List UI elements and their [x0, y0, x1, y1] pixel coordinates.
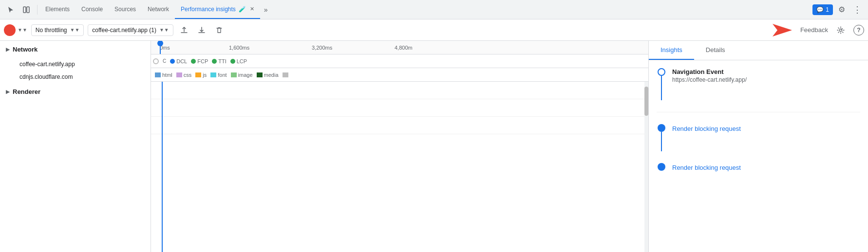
renderer-label: Renderer [13, 88, 40, 95]
right-content: Navigation Event https://coffee-cart.net… [649, 60, 868, 179]
legend-lcp: LCP [230, 58, 247, 64]
insight-render-blocking-2: Render blocking request [657, 163, 860, 171]
renderer-expand-icon: ▶ [6, 89, 10, 94]
html-color-box [155, 72, 161, 77]
legend-tti: TTI [212, 58, 226, 64]
legend-other [283, 72, 288, 77]
track-row-2 [151, 99, 648, 117]
left-panel: ▶ Network coffee-cart.netlify.app cdnjs.… [0, 41, 151, 252]
legend-dcl: DCL [170, 58, 187, 64]
timeline-scrollbar-thumb[interactable] [644, 87, 648, 116]
delete-icon[interactable] [212, 23, 226, 37]
image-label: image [238, 72, 253, 78]
ruler-3200ms: 3,200ms [312, 45, 332, 51]
fcp-dot [191, 59, 196, 64]
font-label: font [218, 72, 226, 78]
tab-elements[interactable]: Elements [39, 0, 75, 19]
media-color-box [257, 72, 263, 77]
feedback-badge-button[interactable]: 💬 1 [812, 4, 833, 15]
network-item-coffee-cart[interactable]: coffee-cart.netlify.app [14, 58, 151, 71]
rb1-text: Render blocking request [672, 124, 741, 132]
tab-close-icon[interactable]: ✕ [250, 6, 254, 12]
timeline-ruler: 0ms 1,600ms 3,200ms 4,800m [151, 41, 648, 54]
tab-bar: Elements Console Sources Network Perform… [0, 0, 868, 19]
throttling-label: No throttling [36, 27, 67, 34]
throttling-dropdown-arrow: ▼ [70, 27, 80, 33]
rb1-vertical-line [661, 132, 662, 151]
more-options-icon[interactable]: ⋮ [850, 3, 864, 17]
tab-details[interactable]: Details [694, 41, 737, 60]
toolbar: ▼ No throttling ▼ coffee-cart.netlify.ap… [0, 19, 868, 41]
track-row-1 [151, 82, 648, 99]
insight-render-blocking-1: Render blocking request [657, 124, 860, 151]
feedback-link[interactable]: Feedback [800, 26, 828, 34]
network-section-header[interactable]: ▶ Network [0, 41, 151, 58]
renderer-section-header[interactable]: ▶ Renderer [0, 83, 151, 100]
upload-icon[interactable] [177, 23, 191, 37]
recording-dropdown-arrow: ▼ [159, 27, 169, 33]
lcp-dot [230, 59, 235, 64]
tab-console[interactable]: Console [75, 0, 109, 19]
legend-c-shape2: C [163, 58, 166, 64]
font-color-box [210, 72, 216, 77]
ruler-4800ms: 4,800m [395, 45, 413, 51]
rb2-text: Render blocking request [672, 163, 741, 171]
rb2-icon-container [657, 163, 666, 171]
legend-font: font [210, 72, 226, 78]
rb1-icon-container [657, 124, 666, 151]
toolbar-right: Feedback ? [765, 21, 864, 39]
timeline-tracks [151, 82, 648, 252]
tti-dot [212, 59, 217, 64]
help-icon[interactable]: ? [853, 25, 864, 36]
throttling-dropdown[interactable]: No throttling ▼ [31, 24, 84, 36]
devtools-icons [4, 3, 39, 17]
network-item-cdnjs[interactable]: cdnjs.cloudflare.com [14, 71, 151, 83]
tab-sources[interactable]: Sources [109, 0, 142, 19]
settings-gear-icon[interactable] [834, 23, 848, 37]
svg-rect-0 [23, 7, 26, 13]
network-items: coffee-cart.netlify.app cdnjs.cloudflare… [0, 58, 151, 83]
tab-performance-insights[interactable]: Performance insights 🧪 ✕ [175, 0, 260, 19]
tab-insights[interactable]: Insights [649, 41, 694, 60]
render-blocking-link-2[interactable]: Render blocking request [672, 164, 741, 171]
settings-icon[interactable]: ⚙ [835, 3, 849, 17]
download-icon[interactable] [195, 23, 208, 37]
timeline-needle[interactable] [160, 41, 161, 54]
lcp-label: LCP [237, 58, 247, 64]
track-row-3 [151, 117, 648, 134]
red-arrow-indicator [765, 21, 794, 39]
dcl-dot [170, 59, 175, 64]
tab-network[interactable]: Network [142, 0, 175, 19]
record-dropdown[interactable]: ▼ [18, 27, 27, 33]
other-color-box [283, 72, 288, 77]
divider [37, 5, 38, 15]
nav-circle-icon [658, 68, 665, 76]
tti-label: TTI [218, 58, 226, 64]
legend-css: css [176, 72, 192, 78]
svg-rect-1 [27, 7, 29, 13]
record-button[interactable] [4, 24, 16, 36]
center-panel: 0ms 1,600ms 3,200ms 4,800m C DCL FCP [151, 41, 649, 252]
timeline-cursor-line [162, 82, 163, 252]
timeline-scrollbar[interactable] [644, 82, 648, 252]
legend-fcp: FCP [191, 58, 208, 64]
nav-event-url: https://coffee-cart.netlify.app/ [672, 76, 747, 83]
legend-media: media [257, 72, 279, 78]
nav-event-title: Navigation Event [672, 68, 747, 75]
css-label: css [184, 72, 192, 78]
recording-dropdown[interactable]: coffee-cart.netlify.app (1) ▼ [88, 24, 173, 36]
tab-more-icon[interactable]: » [260, 6, 272, 14]
image-color-box [231, 72, 237, 77]
right-panel: Insights Details Navigation Event https:… [649, 41, 868, 252]
legend-image: image [231, 72, 253, 78]
insight-navigation-event: Navigation Event https://coffee-cart.net… [657, 68, 860, 112]
ruler-1600ms: 1,600ms [229, 45, 249, 51]
cursor-icon[interactable] [4, 3, 18, 17]
html-label: html [162, 72, 172, 78]
panel-icon[interactable] [19, 3, 33, 17]
badge-chat-icon: 💬 [816, 6, 824, 13]
render-blocking-link-1[interactable]: Render blocking request [672, 125, 741, 132]
js-color-box [195, 72, 201, 77]
nav-event-text: Navigation Event https://coffee-cart.net… [672, 68, 747, 83]
rb2-circle-icon [658, 163, 665, 171]
